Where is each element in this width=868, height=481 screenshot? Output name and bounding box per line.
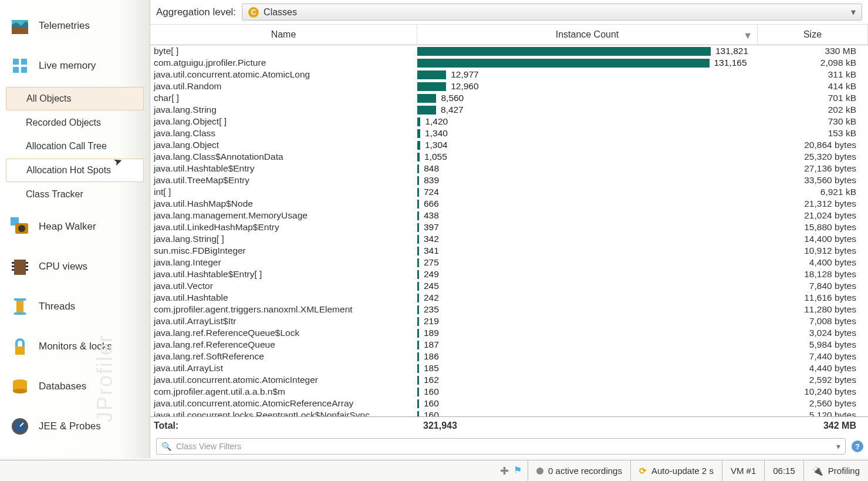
cell-size: 33,560 bytes [758,175,868,186]
sidebar-item-cpu-views[interactable]: CPU views [2,247,147,287]
table-row[interactable]: java.util.Random12,960414 kB [150,80,868,92]
cell-name: java.lang.Object[ ] [150,116,417,127]
sidebar-item-label: Heap Walker [39,221,96,233]
table-row[interactable]: com.jprofiler.agent.util.a.a.b.n$m16010,… [150,386,868,398]
aggregation-bar: Aggregation level: C Classes ▾ [150,0,868,25]
sidebar: Telemetries Live memory All Objects Reco… [0,0,150,458]
table-row[interactable]: java.util.HashMap$Node66621,312 bytes [150,198,868,210]
cell-name: java.util.Hashtable$Entry [150,163,417,174]
status-bar: ✚ ⚑ 0 active recordings ⟳ Auto-update 2 … [0,460,868,481]
sidebar-item-threads[interactable]: Threads [2,287,147,327]
cell-name: java.util.LinkedHashMap$Entry [150,222,417,233]
sidebar-item-telemetries[interactable]: Telemetries [2,6,147,46]
sidebar-item-label: Databases [39,381,86,392]
table-row[interactable]: java.lang.ref.ReferenceQueue$Lock1893,02… [150,327,868,339]
column-size[interactable]: Size [758,25,868,45]
cell-count: 275 [417,257,758,268]
cell-size: 27,136 bytes [758,163,868,174]
sidebar-sub-class-tracker[interactable]: Class Tracker [6,183,144,206]
cell-size: 2,560 bytes [758,398,868,409]
table-row[interactable]: char[ ]8,560701 kB [150,92,868,104]
table-row[interactable]: java.util.concurrent.atomic.AtomicIntege… [150,374,868,386]
cell-size: 6,921 kB [758,187,868,197]
table-row[interactable]: java.lang.ref.ReferenceQueue1875,984 byt… [150,339,868,351]
table-row[interactable]: byte[ ]131,821330 MB [150,45,868,57]
status-recordings[interactable]: 0 active recordings [528,460,630,481]
cell-size: 330 MB [758,46,868,56]
cell-count: 219 [417,316,758,327]
sidebar-sub-allocation-hot-spots[interactable]: Allocation Hot Spots [6,159,144,182]
cell-size: 21,312 bytes [758,199,868,209]
cell-size: 701 kB [758,93,868,103]
cell-count: 160 [417,386,758,397]
cpu-icon [9,256,31,277]
cell-count: 8,560 [417,93,758,103]
svg-rect-14 [26,265,28,267]
sidebar-item-heap-walker[interactable]: Heap Walker [2,207,147,247]
table-row[interactable]: java.util.concurrent.locks.ReentrantLock… [150,409,868,416]
main-panel: Aggregation level: C Classes ▾ Name Inst… [150,0,868,458]
table-body[interactable]: byte[ ]131,821330 MBcom.atguigu.jprofile… [150,45,868,416]
status-profiling[interactable]: 🔌 Profiling [803,460,868,481]
cell-count: 160 [417,410,758,416]
telemetries-icon [9,15,31,36]
table-row[interactable]: int[ ]7246,921 kB [150,186,868,198]
table-row[interactable]: java.util.Hashtable24211,616 bytes [150,292,868,304]
table-row[interactable]: com.atguigu.jprofiler.Picture131,1652,09… [150,57,868,69]
table-row[interactable]: java.lang.Class$AnnotationData1,05525,32… [150,151,868,163]
lock-icon [9,336,31,357]
status-vm[interactable]: VM #1 [722,460,764,481]
status-auto-update[interactable]: ⟳ Auto-update 2 s [630,460,722,481]
table-row[interactable]: java.lang.Integer2754,400 bytes [150,257,868,268]
svg-rect-13 [26,262,28,264]
table-row[interactable]: java.util.concurrent.atomic.AtomicRefere… [150,398,868,409]
table-row[interactable]: java.util.ArrayList$Itr2197,008 bytes [150,315,868,327]
cell-name: java.util.ArrayList$Itr [150,316,417,327]
table-row[interactable]: java.lang.management.MemoryUsage43821,02… [150,210,868,221]
cell-count: 162 [417,375,758,385]
table-row[interactable]: java.util.concurrent.atomic.AtomicLong12… [150,69,868,80]
table-row[interactable]: java.util.LinkedHashMap$Entry39715,880 b… [150,221,868,233]
table-row[interactable]: java.util.Hashtable$Entry84827,136 bytes [150,163,868,174]
sidebar-item-label: Telemetries [39,20,90,32]
sidebar-item-databases[interactable]: Databases [2,366,147,406]
table-row[interactable]: java.util.TreeMap$Entry83933,560 bytes [150,174,868,186]
cell-name: java.util.concurrent.atomic.AtomicIntege… [150,375,417,385]
sidebar-item-live-memory[interactable]: Live memory [2,46,147,86]
table-row[interactable]: java.lang.Object[ ]1,420730 kB [150,116,868,127]
sidebar-item-monitors-locks[interactable]: Monitors & locks [2,327,147,366]
aggregation-select[interactable]: C Classes ▾ [242,4,862,21]
cell-count: 8,427 [417,105,758,115]
sidebar-sub-recorded-objects[interactable]: Recorded Objects [6,112,144,134]
cell-name: int[ ] [150,187,417,197]
column-instance-count[interactable]: Instance Count ▼ [417,25,758,45]
filter-placeholder: Class View Filters [176,442,241,451]
table-row[interactable]: java.lang.ref.SoftReference1867,440 byte… [150,351,868,362]
cell-count: 245 [417,281,758,291]
sidebar-sub-all-objects[interactable]: All Objects [6,87,144,110]
add-icon[interactable]: ✚ [500,465,509,477]
column-name[interactable]: Name [150,25,417,45]
table-row[interactable]: java.util.Hashtable$Entry[ ]24918,128 by… [150,268,868,280]
help-button[interactable]: ? [852,440,863,452]
table-row[interactable]: java.lang.String[ ]34214,400 bytes [150,233,868,245]
sidebar-sub-allocation-call-tree[interactable]: Allocation Call Tree [6,135,144,157]
cell-size: 3,024 bytes [758,328,868,338]
table-row[interactable]: sun.misc.FDBigInteger34110,912 bytes [150,245,868,257]
table-row[interactable]: java.util.ArrayList1854,440 bytes [150,362,868,374]
cell-size: 153 kB [758,128,868,139]
table-row[interactable]: java.lang.Object1,30420,864 bytes [150,139,868,151]
table-row[interactable]: java.lang.Class1,340153 kB [150,127,868,139]
svg-rect-3 [21,59,27,65]
sidebar-item-jee-probes[interactable]: JEE & Probes [2,406,147,446]
sidebar-item-mbeans[interactable]: MBeans [2,446,147,458]
aggregation-label: Aggregation level: [156,6,236,18]
cell-count: 131,821 [417,46,758,56]
table-row[interactable]: java.util.Vector2457,840 bytes [150,280,868,292]
cell-count: 131,165 [417,58,758,68]
class-filter-input[interactable]: 🔍 Class View Filters ▾ [156,438,846,455]
table-row[interactable]: java.lang.String8,427202 kB [150,104,868,116]
total-label: Total: [150,421,417,431]
table-row[interactable]: com.jprofiler.agent.triggers.nanoxml.XML… [150,304,868,315]
flag-icon[interactable]: ⚑ [514,465,522,477]
